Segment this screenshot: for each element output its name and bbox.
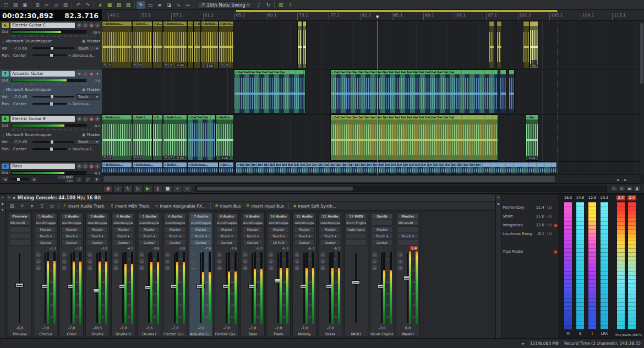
strip-pan[interactable]: Center: [61, 240, 82, 246]
pan-value[interactable]: Center: [13, 147, 31, 151]
strip-device[interactable]: Soundmapper: [113, 220, 134, 226]
track-solo-icon[interactable]: ○: [83, 164, 88, 169]
track-device[interactable]: Microsoft Soundmapper: [6, 39, 80, 44]
strip-name[interactable]: Bass: [241, 331, 264, 337]
audio-clip[interactable]: ⊘Delicious...fx⊘-3 (A): [163, 21, 187, 68]
volume-slider[interactable]: [32, 96, 74, 97]
audio-clip[interactable]: ⊘Delici...fx⊘: [132, 115, 152, 161]
strip-bus[interactable]: Master: [139, 226, 160, 232]
audio-clip[interactable]: [302, 21, 307, 68]
track-mute-icon[interactable]: ⊘: [77, 116, 82, 122]
strip-pan[interactable]: Center: [320, 240, 341, 246]
stop-button[interactable]: ■: [163, 185, 172, 193]
audio-clip[interactable]: [297, 21, 302, 68]
loop-playback-icon[interactable]: ↻: [264, 1, 272, 9]
strip-device[interactable]: Drum Engine: [346, 220, 367, 226]
strip-fx-icon[interactable]: ∿: [243, 259, 248, 264]
strip-device[interactable]: [372, 220, 392, 226]
track-bus[interactable]: Master: [87, 133, 100, 137]
audio-clip[interactable]: ⊘D...: [152, 21, 163, 68]
clip-fx-chip[interactable]: fx: [164, 155, 168, 160]
strip-fx-icon[interactable]: ∿: [88, 259, 92, 264]
audio-clip[interactable]: ⊘Delicious...fx⊘-3 (A): [163, 115, 187, 161]
strip-name[interactable]: Drums H: [112, 331, 135, 337]
timeline-lane[interactable]: ⊘Delicious...⊘Delicious...⊘Delici...⊘Del…: [102, 162, 640, 175]
strip-fader-value[interactable]: -7,0: [60, 325, 83, 331]
insert-input-bus-button[interactable]: ⊟Insert Input Bus: [244, 203, 286, 210]
play-from-start-button[interactable]: ▷: [133, 185, 143, 193]
clip-fx-chip[interactable]: fx: [133, 155, 138, 160]
strip-type[interactable]: 2Audio: [61, 213, 82, 219]
strip-type[interactable]: Preview: [9, 213, 30, 219]
strip-device[interactable]: Soundmapper: [268, 220, 289, 226]
track-bus[interactable]: Master: [87, 39, 100, 44]
strip-type[interactable]: 7Audio: [190, 213, 211, 219]
strip-name[interactable]: Choir: [60, 331, 83, 337]
paint-tool-icon[interactable]: ▰: [155, 1, 164, 9]
timeline-vertical-scrollbar[interactable]: [640, 21, 644, 175]
console-settings-icon[interactable]: ☼: [18, 202, 26, 210]
strip-name[interactable]: Acoustic G...: [189, 331, 212, 337]
strip-automation[interactable]: Touch▾: [190, 233, 211, 239]
strip-device[interactable]: Microsoft ...: [397, 220, 418, 226]
volume-slider[interactable]: [32, 141, 74, 143]
strip-bus[interactable]: Master: [165, 226, 185, 232]
strip-name[interactable]: Electric Gui...: [215, 331, 238, 337]
track-device[interactable]: Microsoft Soundmapper: [6, 88, 80, 92]
envelope-tool-icon[interactable]: ∿: [174, 1, 183, 9]
strip-name[interactable]: Chorus: [34, 331, 57, 337]
scrollbar-thumb[interactable]: [197, 187, 353, 191]
strip-fader-value[interactable]: -7,0: [34, 325, 57, 331]
track-fx-chain[interactable]: ∿Delicious E...: [68, 147, 100, 151]
midi-clock-icon[interactable]: ♪: [84, 176, 91, 182]
strip-mute-icon[interactable]: ⊘: [62, 265, 67, 270]
strip-mute-icon[interactable]: ⊘: [36, 265, 41, 270]
strip-fx-icon[interactable]: ∿: [165, 259, 170, 264]
track-arm-icon[interactable]: ●: [89, 71, 94, 77]
track-height-slider-handle[interactable]: [17, 177, 20, 182]
strip-pan[interactable]: Center: [216, 240, 237, 246]
strip-automation[interactable]: Touch▾: [61, 233, 82, 239]
strip-pan[interactable]: Center: [242, 240, 263, 246]
zoom-in-time-icon[interactable]: +: [618, 186, 625, 192]
pan-slider[interactable]: [32, 148, 67, 150]
strip-pan[interactable]: [346, 240, 367, 246]
strip-device[interactable]: Soundmapper: [165, 220, 185, 226]
strip-pan[interactable]: [397, 240, 418, 246]
clip-mute-chip[interactable]: ⊘: [138, 155, 143, 160]
clip-indicator-led[interactable]: [554, 224, 557, 227]
audio-clip[interactable]: [523, 21, 530, 68]
audio-clip[interactable]: [509, 69, 515, 113]
strip-pan[interactable]: Center: [35, 240, 56, 246]
mixer-pin-icon[interactable]: ▪: [13, 195, 15, 200]
mixer-strip-melody[interactable]: 11AudioSoundmapperMasterTouch▾Center-6,3…: [292, 212, 316, 336]
strip-bus[interactable]: Auto Input: [346, 226, 367, 232]
strip-fx-icon[interactable]: ∿: [269, 259, 274, 264]
strip-bus[interactable]: Master: [320, 226, 341, 232]
strip-fx-icon[interactable]: ∿: [62, 252, 67, 257]
mixer-strip-bass[interactable]: 9AudioSoundmapperMasterTouch▾Center-6,5∿…: [241, 212, 265, 336]
strip-automation[interactable]: Touch▾: [397, 233, 418, 239]
strip-fx-icon[interactable]: ∿: [398, 252, 403, 257]
clip-indicator-led[interactable]: [554, 251, 557, 253]
metronome-icon[interactable]: ♪: [254, 1, 263, 9]
loop-playback-button[interactable]: ↻: [123, 185, 133, 193]
audio-clip[interactable]: ⊘Del Del Del Del Del Del Del Del Del Del…: [330, 69, 498, 113]
clip-fx-chip[interactable]: fx: [220, 63, 224, 67]
strip-pan[interactable]: Center: [87, 240, 108, 246]
clip-mute-chip[interactable]: ⊘: [108, 155, 112, 160]
strip-fx-icon[interactable]: ∿: [191, 252, 196, 257]
track-name[interactable]: Acoustic Guitar: [10, 71, 75, 77]
strip-device[interactable]: Soundmapper: [61, 220, 82, 226]
strip-bus[interactable]: [397, 226, 418, 232]
strip-mute-icon[interactable]: ⊘: [139, 265, 144, 270]
strip-automation[interactable]: [346, 233, 367, 239]
mixer-strip-drum-engine[interactable]: SynthMasterTouch▾Center∿∿⊘61218243042-7,…: [370, 212, 394, 336]
audio-clip[interactable]: ⊘D...: [152, 115, 163, 161]
mixer-strip-drums-i[interactable]: 5AudioSoundmapperMasterTouch▾Center-3,9∿…: [137, 212, 161, 336]
strip-fader-value[interactable]: -10,5: [86, 325, 109, 331]
strip-pan[interactable]: Center: [294, 240, 315, 246]
redo-icon[interactable]: ↷: [83, 1, 92, 9]
cut-icon[interactable]: ✂: [42, 1, 51, 9]
help-icon[interactable]: ?: [286, 1, 294, 9]
